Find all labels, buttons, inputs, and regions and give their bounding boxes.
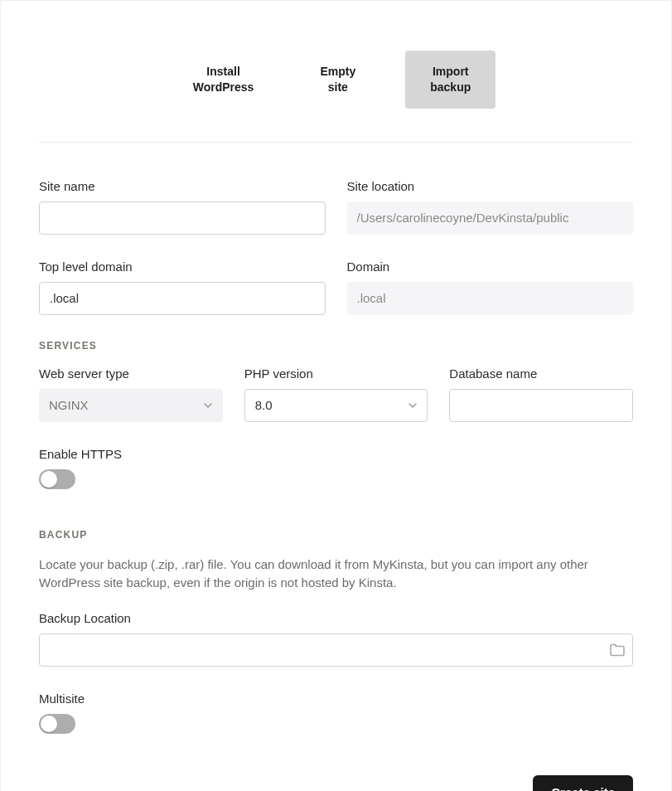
database-name-label: Database name: [449, 366, 633, 381]
create-site-button[interactable]: Create site: [533, 775, 633, 791]
database-name-input[interactable]: [449, 389, 633, 422]
tab-import-backup[interactable]: Import backup: [405, 51, 496, 109]
tab-label: Empty site: [320, 65, 355, 94]
tab-label: Import backup: [430, 65, 471, 94]
php-version-select[interactable]: 8.0: [244, 389, 428, 422]
web-server-label: Web server type: [39, 366, 223, 381]
toggle-knob: [41, 471, 57, 488]
multisite-label: Multisite: [39, 692, 633, 706]
toggle-knob: [41, 716, 57, 732]
domain-label: Domain: [347, 260, 634, 274]
web-server-value: NGINX: [49, 398, 89, 412]
enable-https-toggle[interactable]: [39, 469, 75, 489]
backup-location-input[interactable]: [39, 633, 633, 667]
php-version-value: 8.0: [255, 398, 273, 412]
create-site-panel: Install WordPress Empty site Import back…: [0, 0, 672, 791]
backup-help-text: Locate your backup (.zip, .rar) file. Yo…: [39, 556, 633, 593]
multisite-toggle[interactable]: [39, 714, 75, 734]
tabs: Install WordPress Empty site Import back…: [39, 51, 633, 109]
services-heading: SERVICES: [39, 340, 633, 352]
site-location-label: Site location: [347, 179, 634, 193]
tld-input[interactable]: [39, 282, 326, 315]
tld-label: Top level domain: [39, 260, 326, 274]
tab-label: Install WordPress: [193, 65, 254, 94]
domain-value: .local: [357, 291, 386, 305]
site-name-label: Site name: [39, 179, 326, 193]
tab-empty-site[interactable]: Empty site: [303, 56, 372, 104]
backup-heading: BACKUP: [39, 529, 633, 541]
backup-location-label: Backup Location: [39, 611, 633, 625]
enable-https-label: Enable HTTPS: [39, 447, 633, 461]
site-name-input[interactable]: [39, 201, 326, 235]
domain-field: .local: [347, 282, 634, 315]
web-server-select: NGINX: [39, 389, 223, 422]
footer: Create site: [39, 775, 633, 791]
site-location-value: /Users/carolinecoyne/DevKinsta/public: [357, 211, 569, 225]
tab-install-wordpress[interactable]: Install WordPress: [176, 56, 271, 104]
divider: [39, 142, 633, 143]
site-location-field: /Users/carolinecoyne/DevKinsta/public: [347, 201, 634, 235]
folder-icon[interactable]: [610, 643, 625, 657]
php-version-label: PHP version: [244, 366, 428, 381]
